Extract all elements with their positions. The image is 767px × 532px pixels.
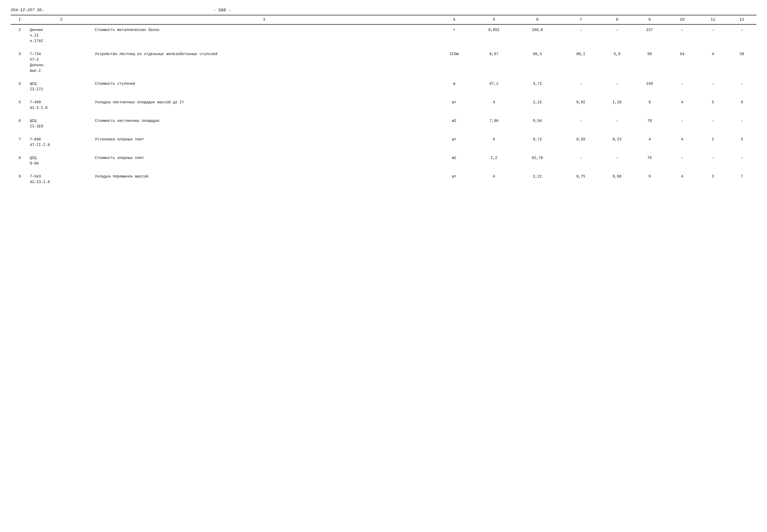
row-desc: Стоимость лестничных площадок (94, 116, 434, 132)
row-ref: Ценник ч.II п.I79I (29, 24, 94, 47)
row-col7: 0,9I (561, 97, 601, 113)
row-desc: Устройство лестниц из отдельных железо­б… (94, 49, 434, 76)
row-col10: 4 (666, 171, 699, 188)
table-row: 97–543 42–I3–I.8Укладка перемычек массой… (11, 171, 756, 188)
table-row: 57–499 4I–I–I.8Укладка лестничных площад… (11, 97, 756, 113)
row-ref: ЦСЦ II–IE9 (29, 116, 94, 132)
row-num: 5 (11, 97, 29, 113)
spacer-row (11, 76, 756, 78)
row-col7: 80,I (561, 49, 601, 76)
row-num: 4 (11, 78, 29, 95)
row-col8: 5,9 (601, 49, 633, 76)
row-col10: 54 (666, 49, 699, 76)
row-col9: 4 (633, 134, 666, 150)
row-desc: Стоимость метал­ли­ческих балок (94, 24, 434, 47)
col-header-7: 7 (561, 15, 601, 24)
col-header-8: 8 (601, 15, 633, 24)
row-col7: – (561, 78, 601, 95)
row-col9: 249 (633, 78, 666, 95)
row-col5: I,2 (474, 153, 514, 169)
row-col10: – (666, 116, 699, 132)
row-col12: – (728, 153, 756, 169)
row-col9: 78 (633, 116, 666, 132)
row-col7: – (561, 116, 601, 132)
row-ref: ЦСЦ II–I72 (29, 78, 94, 95)
row-num: 9 (11, 171, 29, 188)
col-header-6: 6 (514, 15, 561, 24)
row-desc: Стоимость ступеней (94, 78, 434, 95)
row-ref: 7–499 4I–I–I.8 (29, 97, 94, 113)
table-row: 6ЦСЦ II–IE9Стоимость лестничных площадок… (11, 116, 756, 132)
row-col8: I,26 (601, 97, 633, 113)
row-num: 6 (11, 116, 29, 132)
row-desc: Укладка перемычек массой (94, 171, 434, 188)
row-col5: 67,2 (474, 78, 514, 95)
row-col9: 9 (633, 171, 666, 188)
row-col12: 9 (728, 97, 756, 113)
row-col11: – (698, 153, 727, 169)
spacer-row (11, 47, 756, 49)
page-number: - 368 - (44, 8, 400, 13)
page-header: 264-12-257 36. - 368 - (11, 8, 756, 13)
row-col5: 0,67 (474, 49, 514, 76)
row-desc: Укладка лестничных площадок массой до Iт (94, 97, 434, 113)
row-col6: 0,72 (514, 134, 561, 150)
col-header-4: 4 (434, 15, 474, 24)
row-col11: – (698, 24, 727, 47)
row-col5: 0,852 (474, 24, 514, 47)
row-col12: 5 (728, 134, 756, 150)
row-ref: ЦСЦ 9–96 (29, 153, 94, 169)
row-desc: Стоимость опорных плит (94, 153, 434, 169)
row-col5: 4 (474, 171, 514, 188)
row-num: 8 (11, 153, 29, 169)
row-col6: 62,70 (514, 153, 561, 169)
row-col10: – (666, 78, 699, 95)
row-col10: – (666, 153, 699, 169)
row-col6: 9,94 (514, 116, 561, 132)
row-col9: 227 (633, 24, 666, 47)
row-unit: шт (434, 134, 474, 150)
row-col6: 3,72 (514, 78, 561, 95)
row-desc: Установка опорных плит (94, 134, 434, 150)
col-header-10: IO (666, 15, 699, 24)
spacer-row (11, 150, 756, 153)
row-col11: 4 (698, 49, 727, 76)
row-col8: – (601, 116, 633, 132)
table-row: 2Ценник ч.II п.I79IСтоимость метал­ли­че… (11, 24, 756, 47)
doc-number: 264-12-257 36. (11, 8, 44, 12)
row-unit: шт (434, 97, 474, 113)
row-col10: 4 (666, 134, 699, 150)
row-col10: – (666, 24, 699, 47)
row-num: 7 (11, 134, 29, 150)
row-ref: 7–668 47–II–I.8 (29, 134, 94, 150)
spacer-row (11, 113, 756, 116)
row-col6: 86,3 (514, 49, 561, 76)
row-col12: 7 (728, 171, 756, 188)
row-col5: 4 (474, 97, 514, 113)
row-unit: м (434, 78, 474, 95)
row-unit: т (434, 24, 474, 47)
row-col8: 0,68 (601, 171, 633, 188)
row-col7: 0,59 (561, 134, 601, 150)
main-table: I 2 3 4 5 6 7 8 9 IO 11 I2 2Ценник ч.II … (11, 15, 756, 188)
table-row: 4ЦСЦ II–I72Стоимость ступенейм67,23,72––… (11, 78, 756, 95)
row-col11: – (698, 116, 727, 132)
row-num: 2 (11, 24, 29, 47)
row-col8: – (601, 153, 633, 169)
row-unit: м2 (434, 116, 474, 132)
col-header-11: 11 (698, 15, 727, 24)
row-col6: 2,22 (514, 97, 561, 113)
row-col11: 5 (698, 97, 727, 113)
row-col12: – (728, 78, 756, 95)
row-col9: 9 (633, 97, 666, 113)
row-col12: 58 (728, 49, 756, 76)
row-col7: 0,75 (561, 171, 601, 188)
col-header-9: 9 (633, 15, 666, 24)
table-row: 37–734 57–2 Дополн. вып.IУстройство лест… (11, 49, 756, 76)
row-col5: 6 (474, 134, 514, 150)
spacer-row (11, 132, 756, 134)
row-col8: – (601, 24, 633, 47)
col-header-3: 3 (94, 15, 434, 24)
row-col10: 4 (666, 97, 699, 113)
row-unit: ICOм (434, 49, 474, 76)
